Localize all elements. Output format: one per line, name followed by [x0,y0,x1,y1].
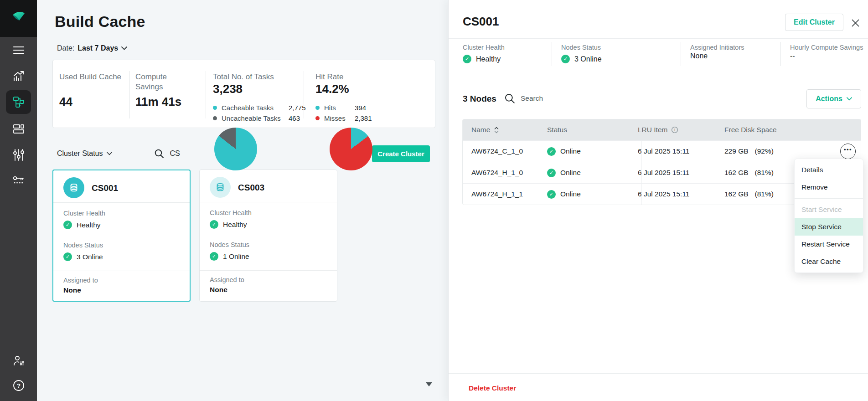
node-name-cell: AW6724_H_1_0 [463,169,547,177]
menu-item-details[interactable]: Details [795,161,863,179]
nodes-status-value: ✓ 1 Online [210,252,249,261]
summary-label-assigned-initiators: Assigned Initiators [690,44,744,51]
menu-item-clear-cache[interactable]: Clear Cache [795,253,863,270]
menu-item-stop-service[interactable]: Stop Service [795,218,863,236]
summary-label-hourly-compute-savings: Hourly Compute Savings [790,44,863,51]
divider [552,42,552,66]
node-name-cell: AW6724_C_1_0 [463,147,547,155]
cluster-health-label: Cluster Health [210,209,252,216]
cluster-name: CS003 [238,183,264,193]
check-icon: ✓ [210,252,218,261]
delete-cluster-link[interactable]: Delete Cluster [469,384,516,392]
legend-cacheable-tasks-value: 2,775 [289,104,306,112]
cluster-health-value: ✓ Healthy [63,221,101,229]
cluster-name: CS001 [92,183,118,193]
sidebar-item-help[interactable]: ? [0,375,37,396]
node-lru-cell: 6 Jul 2025 15:11 [638,169,724,177]
cluster-card-cs003[interactable]: CS003 Cluster Health ✓ Healthy Nodes Sta… [199,170,337,302]
teal-dot-icon [315,106,320,110]
legend-uncacheable-tasks: Uncacheable Tasks [213,114,281,122]
info-icon[interactable]: i [671,126,678,134]
table-header-row: Name Status LRU Item i [463,119,861,140]
create-cluster-button[interactable]: Create Cluster [372,145,430,162]
divider [681,42,681,66]
cluster-status-dropdown[interactable]: Cluster Status [57,149,112,158]
column-header-lru-item[interactable]: LRU Item i [638,126,724,134]
chevron-down-icon [121,46,127,50]
cluster-health-value: ✓ Healthy [210,220,247,229]
check-icon: ✓ [547,190,556,199]
sidebar-item-dashboard[interactable] [0,119,37,139]
cluster-health-label: Cluster Health [63,210,105,217]
assigned-to-label: Assigned to [63,277,98,284]
legend-misses: Misses [315,114,346,122]
summary-label-cluster-health: Cluster Health [463,44,505,51]
build-cache-icon [12,96,25,108]
divider [53,271,190,271]
close-panel-button[interactable] [851,18,860,27]
hamburger-menu-button[interactable] [0,40,37,60]
node-search-input[interactable] [521,94,589,103]
summary-value-assigned-initiators: None [690,52,708,60]
cluster-avatar [210,177,231,198]
dashboard-icon [13,123,25,135]
stat-value-used-build-cache: 44 [59,95,72,109]
assigned-to-value: None [63,286,81,294]
summary-value-cluster-health: ✓ Healthy [463,55,501,63]
red-dot-icon [315,116,320,120]
brand-logo-icon [10,10,28,28]
database-icon [68,182,79,193]
edit-cluster-button[interactable]: Edit Cluster [785,14,843,31]
node-disk-cell: 162 GB (81%) [724,190,802,198]
app-logo[interactable] [0,0,37,37]
legend-cacheable-tasks: Cacheable Tasks [213,104,274,112]
sidebar-item-analytics[interactable] [0,66,37,86]
row-actions-ellipsis-button[interactable]: ••• [840,144,856,159]
search-icon [504,93,515,104]
menu-item-start-service[interactable]: Start Service [795,201,863,218]
date-filter[interactable]: Date: Last 7 Days [57,44,127,52]
legend-hits-value: 394 [355,104,366,112]
check-icon: ✓ [63,252,72,261]
column-header-name[interactable]: Name [463,126,547,134]
column-header-free-disk-space[interactable]: Free Disk Space [724,126,802,134]
sidebar-item-user-settings[interactable] [0,351,37,371]
cluster-search-input[interactable] [170,149,220,158]
divider [449,373,868,374]
actions-dropdown-button[interactable]: Actions [806,89,861,108]
check-icon: ✓ [63,221,72,229]
sidebar: ? [0,0,37,401]
column-header-status[interactable]: Status [547,126,638,134]
summary-value-nodes-status: ✓ 3 Online [561,55,602,63]
cluster-card-cs001[interactable]: CS001 Cluster Health ✓ Healthy Nodes Sta… [52,170,191,302]
node-status-cell: ✓ Online [547,169,638,177]
check-icon: ✓ [561,55,570,63]
menu-item-remove[interactable]: Remove [795,179,863,196]
sidebar-item-license[interactable] [0,170,37,190]
hamburger-icon [13,46,25,55]
scroll-down-arrow[interactable] [426,382,432,386]
node-name-cell: AW6724_H_1_1 [463,190,547,198]
node-search [504,93,589,104]
check-icon: ✓ [547,169,556,177]
assigned-to-label: Assigned to [210,276,244,283]
teal-dot-icon [213,106,217,110]
check-icon: ✓ [463,55,471,63]
divider [449,38,868,39]
stat-value-hit-rate: 14.2% [315,82,349,96]
divider [641,184,642,205]
legend-misses-value: 2,381 [355,114,372,122]
menu-item-restart-service[interactable]: Restart Service [795,236,863,253]
stat-value-total-tasks: 3,238 [213,82,243,96]
sidebar-item-build-cache[interactable] [6,90,31,114]
divider [641,141,642,162]
row-actions-context-menu: Details Remove Start Service Stop Servic… [794,159,863,273]
date-value: Last 7 Days [78,44,118,52]
nodes-status-label: Nodes Status [210,241,249,248]
node-disk-cell: 229 GB (92%) [724,147,802,155]
analytics-icon [13,70,25,82]
stat-label-compute-savings: Compute Savings [135,72,195,92]
nodes-count: 3 Nodes [463,94,496,104]
date-label: Date: [57,44,74,52]
sidebar-item-settings[interactable] [0,145,37,165]
